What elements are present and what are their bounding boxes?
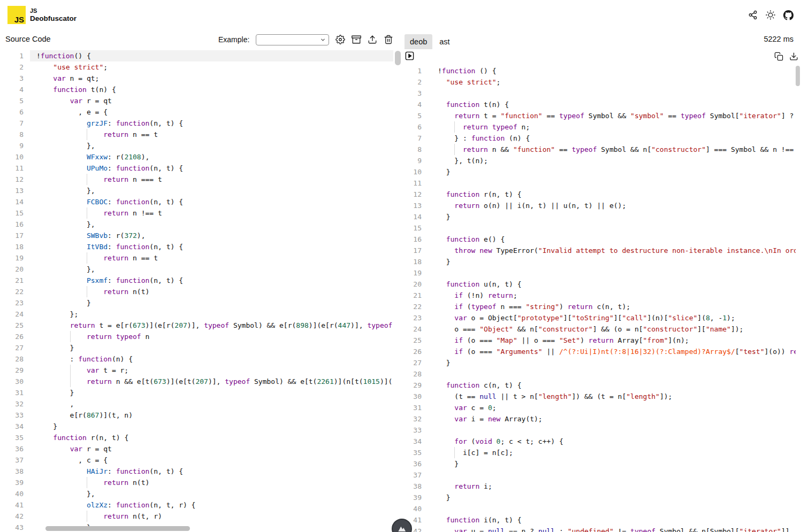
code-line[interactable]: 12 return n === t bbox=[0, 174, 402, 185]
source-vscrollbar-thumb[interactable] bbox=[395, 51, 401, 65]
code-line[interactable]: 29 function c(n, t) { bbox=[402, 380, 801, 391]
code-line[interactable]: 17 throw new TypeError("Invalid attempt … bbox=[402, 245, 801, 256]
code-line[interactable]: 9 }, t(n); bbox=[402, 155, 801, 166]
code-line[interactable]: 42 var u = null == n ? null : "undefined… bbox=[402, 526, 801, 532]
code-line[interactable]: 10 WFxxw: r(2108), bbox=[0, 151, 402, 163]
code-line[interactable]: 31 var c = 0; bbox=[402, 402, 801, 413]
code-line[interactable]: 23 } bbox=[0, 297, 402, 309]
tab-deob[interactable]: deob bbox=[405, 34, 432, 49]
code-line[interactable]: 25 if (o === "Map" || o === "Set") retur… bbox=[402, 335, 801, 346]
download-button[interactable] bbox=[789, 52, 798, 61]
code-line[interactable]: 22 return n(t) bbox=[0, 286, 402, 297]
code-line[interactable]: 38 return i; bbox=[402, 481, 801, 492]
code-line[interactable]: 17 SWBvb: r(372), bbox=[0, 230, 402, 241]
code-line[interactable]: 5 var r = qt bbox=[0, 95, 402, 106]
code-line[interactable]: 22 if (typeof n === "string") return c(n… bbox=[402, 301, 801, 312]
code-line[interactable]: 11 bbox=[402, 178, 801, 189]
source-editor[interactable]: 1!function() {2 "use strict";3 var n = q… bbox=[0, 49, 402, 532]
code-line[interactable]: 36 } bbox=[402, 458, 801, 469]
code-line[interactable]: 35 i[c] = n[c]; bbox=[402, 447, 801, 458]
code-line[interactable]: 14 } bbox=[402, 211, 801, 222]
code-line[interactable]: 21 Psxmf: function(n, t) { bbox=[0, 275, 402, 286]
source-hscrollbar-thumb[interactable] bbox=[45, 526, 190, 531]
output-editor[interactable]: 1!function () {2 "use strict";34 functio… bbox=[402, 65, 801, 532]
code-line[interactable]: 29 var t = r; bbox=[0, 365, 402, 376]
code-line[interactable]: 1!function () { bbox=[402, 65, 801, 76]
code-line[interactable]: 14 FCBOC: function(n, t) { bbox=[0, 196, 402, 207]
copy-button[interactable] bbox=[774, 52, 783, 61]
code-line[interactable]: 5 return t = "function" == typeof Symbol… bbox=[402, 110, 801, 121]
code-line[interactable]: 7 } : function (n) { bbox=[402, 133, 801, 144]
code-line[interactable]: 20 function u(n, t) { bbox=[402, 279, 801, 290]
code-line[interactable]: 36 var r = qt bbox=[0, 443, 402, 454]
code-line[interactable]: 15 return n !== t bbox=[0, 207, 402, 219]
code-line[interactable]: 33 bbox=[402, 425, 801, 436]
code-line[interactable]: 6 , e = { bbox=[0, 106, 402, 118]
theme-toggle-button[interactable] bbox=[766, 10, 775, 20]
code-line[interactable]: 24 }; bbox=[0, 309, 402, 320]
code-line[interactable]: 12 function r(n, t) { bbox=[402, 189, 801, 200]
code-line[interactable]: 8 return n && "function" == typeof Symbo… bbox=[402, 144, 801, 155]
code-line[interactable]: 37 bbox=[402, 469, 801, 481]
code-line[interactable]: 11 UPuMo: function(n, t) { bbox=[0, 163, 402, 174]
code-line[interactable]: 39 return n(t) bbox=[0, 477, 402, 488]
code-line[interactable]: 16 function e() { bbox=[402, 234, 801, 245]
code-line[interactable]: 18 ItVBd: function(n, t) { bbox=[0, 241, 402, 252]
settings-button[interactable] bbox=[335, 35, 345, 44]
code-line[interactable]: 2 "use strict"; bbox=[0, 61, 402, 73]
code-line[interactable]: 26 return typeof n bbox=[0, 331, 402, 342]
code-line[interactable]: 16 }, bbox=[0, 219, 402, 230]
code-line[interactable]: 28 bbox=[402, 368, 801, 380]
code-line[interactable]: 9 }, bbox=[0, 140, 402, 151]
code-line[interactable]: 32 , bbox=[0, 398, 402, 410]
code-line[interactable]: 7 grzJF: function(n, t) { bbox=[0, 118, 402, 129]
code-line[interactable]: 38 HAiJr: function(n, t) { bbox=[0, 466, 402, 477]
code-line[interactable]: 10 } bbox=[402, 166, 801, 178]
example-select[interactable] bbox=[256, 34, 329, 45]
code-line[interactable]: 4 function t(n) { bbox=[0, 84, 402, 95]
run-button[interactable] bbox=[405, 51, 415, 61]
code-line[interactable]: 37 , c = { bbox=[0, 454, 402, 466]
clear-button[interactable] bbox=[384, 35, 393, 44]
code-line[interactable]: 13 }, bbox=[0, 185, 402, 196]
code-line[interactable]: 30 return n && e[t(673)](e[t(207)], type… bbox=[0, 376, 402, 387]
github-button[interactable] bbox=[783, 10, 794, 20]
code-line[interactable]: 40 bbox=[402, 503, 801, 514]
code-line[interactable]: 20 }, bbox=[0, 264, 402, 275]
code-line[interactable]: 26 if (o === "Arguments" || /^(?:Ui|I)nt… bbox=[402, 346, 801, 357]
code-line[interactable]: 19 return n == t bbox=[0, 252, 402, 264]
code-line[interactable]: 41 olzXz: function(n, t, r) { bbox=[0, 499, 402, 511]
upload-button[interactable] bbox=[368, 35, 377, 44]
unpack-button[interactable] bbox=[352, 35, 361, 44]
code-line[interactable]: 19 bbox=[402, 267, 801, 279]
code-line[interactable]: 8 return n == t bbox=[0, 129, 402, 140]
code-line[interactable]: 25 return t = e[r(673)](e[r(207)], typeo… bbox=[0, 320, 402, 331]
share-button[interactable] bbox=[748, 10, 758, 20]
code-line[interactable]: 1!function() { bbox=[0, 50, 402, 61]
code-line[interactable]: 31 } bbox=[0, 387, 402, 398]
code-line[interactable]: 42 return n(t, r) bbox=[0, 511, 402, 522]
code-line[interactable]: 27 } bbox=[402, 357, 801, 368]
code-line[interactable]: 2 "use strict"; bbox=[402, 76, 801, 88]
code-line[interactable]: 39 } bbox=[402, 492, 801, 503]
output-vscrollbar-thumb[interactable] bbox=[796, 66, 800, 86]
code-line[interactable]: 34 } bbox=[0, 421, 402, 432]
tab-ast[interactable]: ast bbox=[434, 34, 455, 49]
code-line[interactable]: 21 if (!n) return; bbox=[402, 290, 801, 301]
code-line[interactable]: 40 }, bbox=[0, 488, 402, 499]
code-line[interactable]: 13 return o(n) || i(n, t) || u(n, t) || … bbox=[402, 200, 801, 211]
code-line[interactable]: 18 } bbox=[402, 256, 801, 267]
code-line[interactable]: 4 function t(n) { bbox=[402, 99, 801, 110]
code-line[interactable]: 32 var i = new Array(t); bbox=[402, 413, 801, 425]
code-line[interactable]: 3 var n = qt; bbox=[0, 73, 402, 84]
code-line[interactable]: 34 for (void 0; c < t; c++) { bbox=[402, 436, 801, 447]
code-line[interactable]: 6 return typeof n; bbox=[402, 121, 801, 133]
code-line[interactable]: 15 bbox=[402, 222, 801, 234]
code-line[interactable]: 33 e[r(867)](t, n) bbox=[0, 410, 402, 421]
code-line[interactable]: 35 function r(n, t) { bbox=[0, 432, 402, 443]
code-line[interactable]: 30 (t == null || t > n["length"]) && (t … bbox=[402, 391, 801, 402]
code-line[interactable]: 24 o === "Object" && n["constructor"] &&… bbox=[402, 323, 801, 335]
code-line[interactable]: 3 bbox=[402, 88, 801, 99]
code-line[interactable]: 23 var o = Object["prototype"]["toString… bbox=[402, 312, 801, 323]
code-line[interactable]: 28 : function(n) { bbox=[0, 353, 402, 365]
